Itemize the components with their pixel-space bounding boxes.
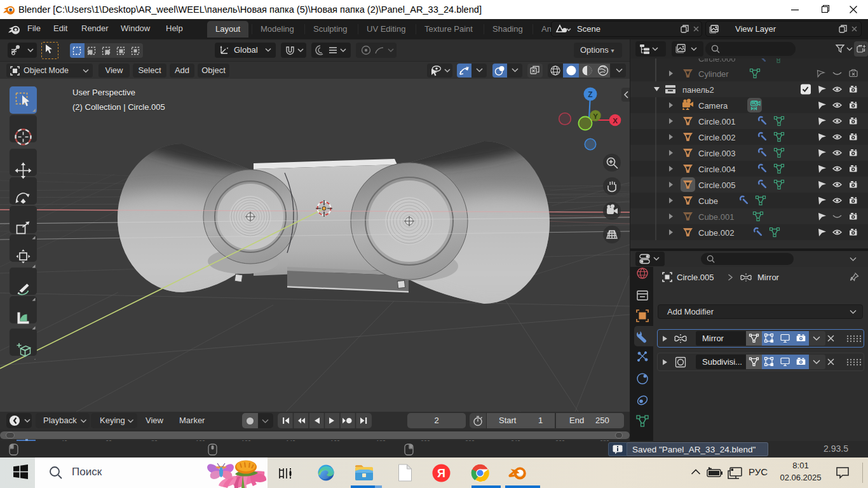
svg-text:Circle.005: Circle.005 (698, 180, 736, 190)
svg-text:панель2: панель2 (682, 85, 714, 95)
svg-text:Cube: Cube (698, 196, 718, 206)
svg-text:Circle.001: Circle.001 (698, 117, 736, 126)
svg-text:Circle.002: Circle.002 (698, 133, 736, 142)
svg-text:Z: Z (588, 90, 592, 99)
svg-text:Я: Я (437, 467, 445, 480)
svg-text:X: X (613, 117, 618, 125)
svg-text:Camera: Camera (698, 101, 728, 111)
svg-text:Y: Y (593, 112, 598, 120)
svg-text:Circle.003: Circle.003 (698, 149, 736, 158)
svg-text:Circle.004: Circle.004 (698, 165, 736, 174)
svg-text:Cylinder: Cylinder (698, 69, 729, 79)
svg-text:Circle.000: Circle.000 (698, 58, 736, 64)
svg-text:Cube.001: Cube.001 (698, 212, 734, 222)
svg-text:Cube.002: Cube.002 (698, 228, 734, 238)
